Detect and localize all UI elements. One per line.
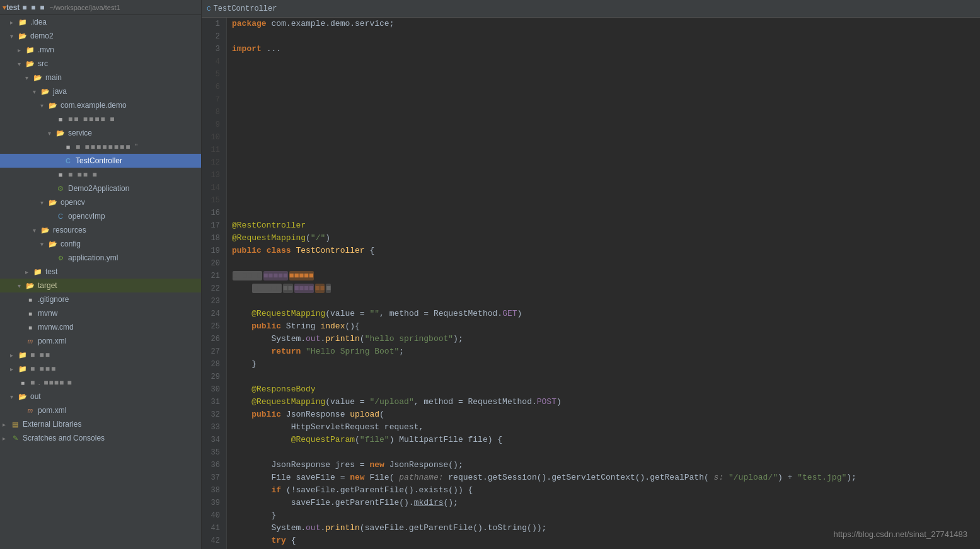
folder-open-icon: 📂 xyxy=(33,72,43,83)
project-icons: ■ ■ ■ xyxy=(22,3,44,12)
code-line-25: public String index(){ xyxy=(232,320,975,333)
arrow-icon xyxy=(48,116,55,123)
arrow-icon: ▾ xyxy=(40,102,48,109)
sidebar-item-test[interactable]: ▸ 📁 test xyxy=(0,265,201,279)
sidebar-item-opencv[interactable]: ▾ 📂 opencv xyxy=(0,195,201,209)
arrow-icon xyxy=(18,407,25,414)
code-line-42: try { xyxy=(232,535,975,547)
sidebar-item-config[interactable]: ▾ 📂 config xyxy=(0,237,201,251)
arrow-icon: ▾ xyxy=(18,61,25,67)
item-label: src xyxy=(38,59,48,68)
file-tree[interactable]: ▾ test ■ ■ ■ ~/workspace/java/test1 ▸ 📁 … xyxy=(0,0,202,549)
arrow-icon: ▸ xyxy=(10,366,18,373)
folder-open-icon: 📂 xyxy=(55,128,66,138)
item-label: TestController xyxy=(76,156,122,165)
file-icon: ■ xyxy=(25,308,35,318)
sidebar-item-out[interactable]: ▾ 📂 out xyxy=(0,390,201,403)
sidebar-item-src[interactable]: ▾ 📂 src xyxy=(0,57,201,71)
sidebar-item-pom-xml[interactable]: m pom.xml xyxy=(0,334,201,348)
line-num: 29 xyxy=(202,371,222,383)
item-label: ■ . ■■■■ ■ xyxy=(30,378,72,387)
line-num: 20 xyxy=(202,257,222,270)
sidebar-item-blurred1[interactable]: ■ ■■ ■■■■ ■ xyxy=(0,112,201,126)
arrow-icon: ▾ xyxy=(33,88,40,95)
item-label: mvnw xyxy=(38,309,57,318)
item-label: pom.xml xyxy=(38,406,66,415)
line-num: 33 xyxy=(202,421,222,434)
line-num: 5 xyxy=(202,68,222,81)
line-num: 39 xyxy=(202,497,222,509)
item-label: pom.xml xyxy=(38,337,66,345)
sidebar-item-gitignore[interactable]: ■ .gitignore xyxy=(0,292,201,306)
sidebar-item-mvnw[interactable]: ■ mvnw xyxy=(0,306,201,320)
item-label: ■ ■■ ■ xyxy=(68,170,98,179)
code-line-37: File saveFile = new File( pathname: requ… xyxy=(232,471,975,484)
sidebar-item-blurred3[interactable]: ■ ■ ■■ ■ xyxy=(0,168,201,182)
line-num: 12 xyxy=(202,156,222,169)
arrow-icon: ▾ xyxy=(10,393,18,400)
code-line-7 xyxy=(232,93,975,106)
xml-icon: m xyxy=(25,336,35,346)
sidebar-item-target[interactable]: ▾ 📂 target xyxy=(0,279,201,292)
code-line-36: JsonResponse jres = new JsonResponse(); xyxy=(232,459,975,471)
line-num: 34 xyxy=(202,434,222,446)
project-path: ~/workspace/java/test1 xyxy=(49,4,120,11)
arrow-icon xyxy=(18,310,25,317)
sidebar-item-resources[interactable]: ▾ 📂 resources xyxy=(0,223,201,237)
item-label: ■ ■■ xyxy=(30,350,51,359)
item-label: mvnw.cmd xyxy=(38,323,74,332)
arrow-icon: ▾ xyxy=(25,74,33,81)
folder-open-icon: 📂 xyxy=(48,197,58,207)
editor-tab-label[interactable]: TestController xyxy=(214,4,277,13)
folder-open-icon: 📂 xyxy=(18,391,28,402)
sidebar-item-application-yml[interactable]: ⚙ application.yml xyxy=(0,251,201,265)
code-line-34: @RequestParam("file") MultipartFile file… xyxy=(232,434,975,446)
sidebar-item-demo2app[interactable]: ⚙ Demo2Application xyxy=(0,182,201,195)
sidebar-item-blurred2[interactable]: ■ ■ ■■■■■■■■ " xyxy=(0,140,201,154)
line-num: 11 xyxy=(202,144,222,156)
sidebar-item-mvnw-cmd[interactable]: ■ mvnw.cmd xyxy=(0,320,201,334)
code-line-31: @RequestMapping(value = "/upload", metho… xyxy=(232,396,975,408)
java-icon: C xyxy=(63,156,73,166)
line-num: 25 xyxy=(202,320,222,333)
sidebar-item-com-example-demo[interactable]: ▾ 📂 com.example.demo xyxy=(0,98,201,112)
code-line-9 xyxy=(232,118,975,131)
sidebar-item-blurred6[interactable]: ■ ■ . ■■■■ ■ xyxy=(0,376,201,390)
sidebar-item-blurred5[interactable]: ▸ 📁 ■ ■■■ xyxy=(0,362,201,376)
item-label: Demo2Application xyxy=(68,184,129,193)
arrow-icon: ▾ xyxy=(40,241,48,248)
code-line-41: System.out.println(saveFile.getParentFil… xyxy=(232,522,975,535)
arrow-icon xyxy=(18,338,25,345)
line-num: 18 xyxy=(202,232,222,245)
code-line-15 xyxy=(232,194,975,207)
sidebar-item-blurred4[interactable]: ▸ 📁 ■ ■■ xyxy=(0,348,201,362)
code-editor[interactable]: package com.example.demo.service; import… xyxy=(227,18,980,549)
arrow-icon: ▸ xyxy=(10,19,18,26)
sidebar-item-opencvImp[interactable]: C opencvImp xyxy=(0,209,201,223)
item-label: target xyxy=(38,281,57,290)
folder-icon: 📁 xyxy=(33,267,43,277)
code-line-38: if (!saveFile.getParentFile().exists()) … xyxy=(232,484,975,497)
sidebar-item-service[interactable]: ▾ 📂 service xyxy=(0,126,201,140)
code-line-24: @RequestMapping(value = "", method = Req… xyxy=(232,308,975,320)
sidebar-item-pom2[interactable]: m pom.xml xyxy=(0,403,201,417)
code-line-13 xyxy=(232,169,975,182)
item-label: Scratches and Consoles xyxy=(23,434,105,442)
sidebar-item-mvn[interactable]: ▸ 📁 .mvn xyxy=(0,43,201,57)
line-num: 7 xyxy=(202,93,222,106)
sidebar-item-main[interactable]: ▾ 📂 main xyxy=(0,71,201,84)
sidebar-item-idea[interactable]: ▸ 📁 .idea xyxy=(0,15,201,29)
sidebar-item-demo2[interactable]: ▾ 📂 demo2 xyxy=(0,29,201,43)
sidebar-item-testcontroller[interactable]: C TestController xyxy=(0,154,201,168)
line-num: 41 xyxy=(202,522,222,535)
sidebar-item-scratches[interactable]: ▸ ✎ Scratches and Consoles xyxy=(0,431,201,445)
editor-tab-bar[interactable]: C TestController xyxy=(202,0,980,18)
line-num: 22 xyxy=(202,282,222,295)
arrow-icon xyxy=(18,296,25,303)
sidebar-item-external-libraries[interactable]: ▸ ▤ External Libraries xyxy=(0,417,201,431)
line-numbers: 1 2 3 4 5 6 7 8 9 10 11 12 13 14 15 16 1… xyxy=(202,18,227,549)
arrow-icon xyxy=(48,185,55,192)
sidebar-item-java[interactable]: ▾ 📂 java xyxy=(0,84,201,98)
item-label: .gitignore xyxy=(38,295,69,304)
folder-icon: 📁 xyxy=(25,45,35,55)
